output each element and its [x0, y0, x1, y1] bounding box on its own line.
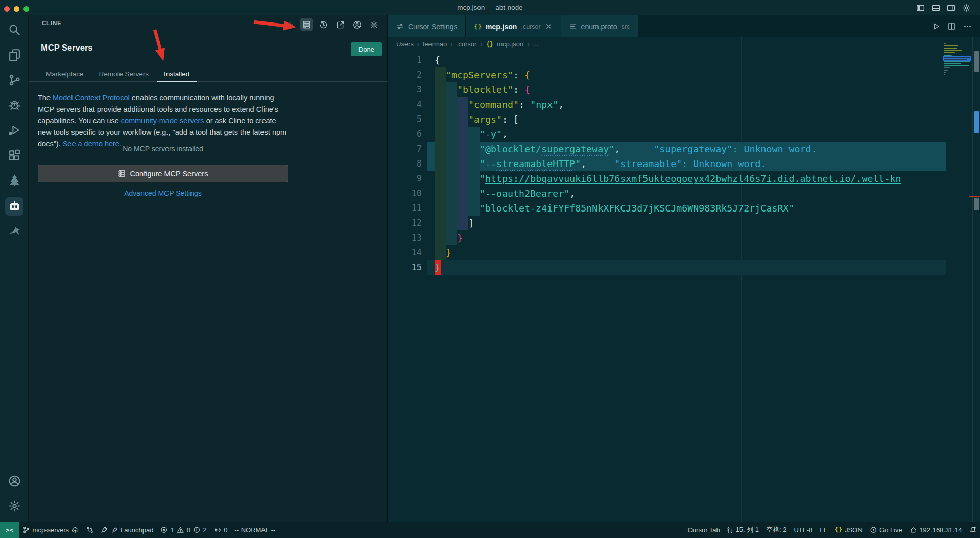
configure-mcp-servers-button[interactable]: Configure MCP Servers — [38, 165, 288, 182]
mcp-servers-button[interactable] — [300, 18, 313, 31]
bug-icon — [8, 99, 21, 111]
split-editor-button[interactable] — [947, 22, 956, 31]
indent-guide — [435, 186, 446, 201]
indent-guide — [435, 230, 446, 245]
minimap-line — [944, 63, 961, 64]
indent-guide — [457, 171, 468, 186]
settings-gear-icon[interactable] — [962, 4, 971, 12]
activity-item-account[interactable] — [0, 470, 29, 495]
breadcrumb-item[interactable]: mcp.json — [497, 40, 523, 48]
layout-sidebar-right-icon[interactable] — [947, 4, 955, 12]
status-language-mode[interactable]: {}JSON — [831, 522, 866, 538]
code-token: : — [502, 114, 513, 125]
status-text: UTF-8 — [794, 526, 812, 534]
breadcrumb[interactable]: Users›leermao›.cursor›{}mcp.json›... — [396, 37, 538, 51]
breadcrumb-item[interactable]: leermao — [423, 40, 447, 48]
activity-item-kangaroo[interactable] — [0, 219, 29, 244]
indent-guide — [446, 216, 457, 230]
editor-tab-enum-proto[interactable]: enum.protosrc — [561, 15, 639, 37]
activity-item-extensions[interactable] — [0, 144, 29, 169]
activity-item-source-control[interactable] — [0, 68, 29, 93]
minimap[interactable] — [943, 43, 971, 105]
breadcrumb-item[interactable]: Users — [396, 40, 414, 48]
status-vim-mode[interactable]: -- NORMAL -- — [231, 522, 279, 538]
code-line[interactable]: "blocklet": { — [427, 82, 946, 97]
settings-gear-icon — [8, 500, 21, 512]
code-line[interactable]: { — [427, 53, 946, 67]
cloud-upload-icon — [71, 526, 79, 534]
line-number: 15 — [388, 260, 422, 275]
code-line[interactable]: } — [427, 230, 946, 245]
code-token: } — [457, 232, 463, 243]
status-compare-status[interactable] — [83, 522, 98, 538]
activity-item-manage[interactable] — [0, 495, 29, 520]
activity-item-debug[interactable] — [0, 93, 29, 119]
done-button[interactable]: Done — [351, 42, 382, 56]
description-link[interactable]: Model Context Protocol — [53, 93, 130, 102]
description-link[interactable]: community-made servers — [121, 116, 204, 125]
layout-panel-icon[interactable] — [931, 4, 940, 12]
code-line[interactable]: "--oauth2Bearer", — [427, 186, 946, 201]
status-encoding[interactable]: UTF-8 — [790, 522, 816, 538]
close-tab-icon[interactable] — [545, 22, 553, 30]
status-indentation[interactable]: 空格: 2 — [762, 522, 790, 538]
line-number: 14 — [388, 245, 422, 260]
status-problems[interactable]: 102 — [157, 522, 210, 538]
status-eol[interactable]: LF — [816, 522, 831, 538]
code-line[interactable]: } — [427, 245, 946, 260]
status-cursor-position[interactable]: 行 15, 列 1 — [724, 522, 762, 538]
code-area[interactable]: { "mcpServers": { "blocklet": { "command… — [427, 53, 946, 275]
status-go-live[interactable]: Go Live — [866, 522, 906, 538]
history-button[interactable] — [317, 18, 329, 31]
scrollbar-thumb-top[interactable] — [974, 51, 979, 72]
indent-guide — [435, 156, 446, 171]
code-line[interactable]: } — [427, 260, 946, 275]
code-line[interactable]: "@blocklet/supergateway", "supergateway"… — [427, 142, 946, 156]
code-line[interactable]: "command": "npx", — [427, 97, 946, 112]
code-line[interactable]: "-y", — [427, 127, 946, 142]
code-line[interactable]: "https://bbqavvuuki6llb76sxmf5ukteogoeyx… — [427, 171, 946, 186]
status-notifications[interactable] — [966, 522, 980, 538]
activity-item-cline[interactable] — [0, 194, 29, 219]
mcp-tab-installed[interactable]: Installed — [157, 70, 197, 82]
line-number: 5 — [388, 112, 422, 127]
status-ports[interactable]: 0 — [210, 522, 231, 538]
editor-tab-mcp-json[interactable]: {}mcp.json.cursor — [466, 15, 561, 37]
run-button[interactable] — [931, 22, 940, 31]
editor-tab-cursor-settings[interactable]: Cursor Settings — [388, 15, 466, 37]
mcp-tab-remote-servers[interactable]: Remote Servers — [99, 70, 149, 78]
status-remote-indicator[interactable]: >< — [0, 522, 19, 538]
activity-item-pine-tree[interactable] — [0, 169, 29, 194]
activity-item-run-and-debug[interactable] — [0, 119, 29, 144]
status-local-ip[interactable]: 192.168.31.14 — [906, 522, 966, 538]
breadcrumb-item[interactable]: .cursor — [457, 40, 477, 48]
code-line[interactable]: "args": [ — [427, 112, 946, 127]
code-line[interactable]: "blocklet-z4iFYFf85nNkXFKCJ3d7jKSCJm6WN9… — [427, 201, 946, 216]
code-line[interactable]: "mcpServers": { — [427, 67, 946, 82]
activity-item-search[interactable] — [0, 18, 29, 43]
breadcrumb-item[interactable]: ... — [533, 40, 539, 48]
status-cursor-tab[interactable]: Cursor Tab — [684, 522, 723, 538]
layout-sidebar-left-icon[interactable] — [916, 4, 925, 12]
activity-bar — [0, 15, 29, 522]
status-launchpad[interactable]: Launchpad — [97, 522, 157, 538]
new-task-button[interactable] — [283, 18, 296, 31]
status-branch-status[interactable]: mcp-servers — [19, 522, 83, 538]
account-button[interactable] — [351, 18, 363, 31]
code-token: : — [513, 84, 524, 95]
code-token: : — [519, 99, 530, 110]
advanced-mcp-settings-link[interactable]: Advanced MCP Settings — [38, 189, 288, 197]
activity-bottom — [0, 470, 28, 522]
code-line[interactable]: "--streamableHTTP", "streamable": Unknow… — [427, 156, 946, 171]
line-number: 3 — [388, 82, 422, 97]
indent-guide — [446, 230, 457, 245]
settings-button[interactable] — [368, 18, 380, 31]
activity-item-explorer[interactable] — [0, 43, 29, 68]
radio-tower-icon — [214, 526, 222, 534]
account-icon — [353, 20, 362, 29]
more-actions-button[interactable] — [963, 22, 972, 31]
mcp-tab-marketplace[interactable]: Marketplace — [46, 70, 84, 78]
code-line[interactable]: ] — [427, 216, 946, 230]
open-in-editor-button[interactable] — [334, 18, 346, 31]
status-right: Cursor Tab行 15, 列 1空格: 2UTF-8LF{}JSONGo … — [684, 522, 980, 538]
